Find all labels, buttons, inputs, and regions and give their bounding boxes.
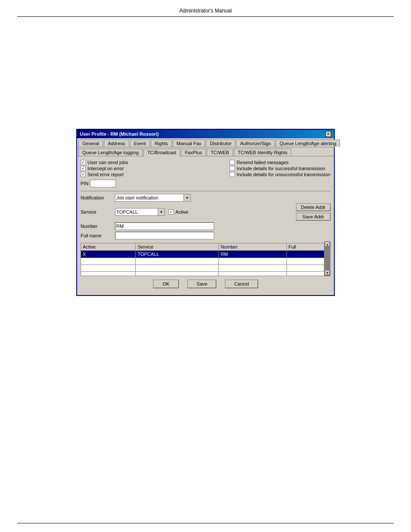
address-table-wrapper: Active Service Number Full X TOPCALL RM [81, 241, 330, 276]
checkbox-include-success-label: Include details for successful transmiss… [237, 166, 325, 171]
bottom-buttons: OK Save Cancel [81, 276, 330, 292]
scroll-down-button[interactable]: ▼ [325, 270, 330, 275]
checkbox-send-error-report-row: Send error report [81, 172, 128, 177]
form-section: Notification ▼ Service ▼ Active [81, 191, 330, 240]
col-full: Full [286, 243, 324, 251]
cell-full [286, 251, 324, 258]
checkbox-intercept-on-error-label: Intercept on error [87, 166, 124, 171]
service-row: Service ▼ Active Delete Addr Save Addr [81, 203, 330, 221]
tab-tc-broadcast[interactable]: TC/Broadcast [143, 149, 180, 156]
cell-number [219, 258, 286, 265]
tab-manual-fax[interactable]: Manual Fax [173, 140, 205, 147]
checkboxes-section: User can send jobs Intercept on error Se… [81, 160, 330, 177]
active-label: Active [175, 209, 188, 215]
tabs-row-2: Queue Length/Age logging TC/Broadcast Fa… [77, 147, 334, 156]
pin-input[interactable] [90, 180, 116, 187]
dialog-title: User Profile - RM (Michael Rossori) [80, 131, 159, 137]
cell-service: TOPCALL [136, 251, 219, 258]
pin-label: PIN [81, 181, 88, 186]
notification-select-wrapper: ▼ [115, 194, 191, 202]
checkbox-resend-row: Resend failed messages [230, 160, 330, 165]
notification-dropdown-arrow[interactable]: ▼ [184, 194, 191, 202]
addr-buttons: Delete Addr Save Addr [296, 203, 330, 221]
tab-distributor[interactable]: Distributor [206, 140, 235, 147]
scroll-up-button[interactable]: ▲ [325, 242, 330, 247]
checkbox-intercept-on-error[interactable] [81, 166, 86, 171]
checkbox-include-fail-label: Include details for unsuccessful transmi… [237, 172, 330, 177]
tab-tc-web-identity-rights[interactable]: TC/WEB Identity Rights [234, 149, 292, 156]
checkbox-include-fail-row: Include details for unsuccessful transmi… [230, 172, 330, 177]
checkbox-send-error-report-label: Send error report [87, 172, 124, 177]
col-active: Active [81, 243, 136, 251]
table-row[interactable] [81, 258, 324, 265]
cell-service [136, 258, 219, 265]
title-bar: User Profile - RM (Michael Rossori) × [77, 130, 334, 138]
table-row[interactable]: X TOPCALL RM [81, 251, 324, 258]
checkbox-resend-label: Resend failed messages [237, 160, 288, 165]
checkbox-user-can-send-jobs-row: User can send jobs [81, 160, 128, 165]
checkboxes-left: User can send jobs Intercept on error Se… [81, 160, 128, 177]
page-title: Administrator's Manual [179, 8, 232, 14]
address-table-scroll: Active Service Number Full X TOPCALL RM [81, 241, 324, 276]
tab-general[interactable]: General [78, 140, 103, 147]
checkbox-user-can-send-jobs[interactable] [81, 160, 86, 165]
tab-authorize-sign[interactable]: Authorize/Sign [236, 140, 275, 147]
service-dropdown-arrow[interactable]: ▼ [158, 208, 165, 216]
cell-full [286, 258, 324, 265]
tab-rights[interactable]: Rights [151, 140, 172, 147]
checkbox-include-fail[interactable] [230, 172, 235, 177]
service-select-wrapper: ▼ [115, 208, 165, 216]
checkbox-resend[interactable] [230, 160, 235, 165]
page-header: Administrator's Manual [17, 0, 394, 17]
scroll-thumb[interactable] [325, 247, 330, 270]
close-button[interactable]: × [325, 131, 331, 137]
col-service: Service [136, 243, 219, 251]
col-number: Number [219, 243, 286, 251]
fullname-input[interactable] [115, 232, 214, 240]
checkbox-include-success[interactable] [230, 166, 235, 171]
checkbox-send-error-report[interactable] [81, 172, 86, 177]
cell-number: RM [219, 251, 286, 258]
tabs-row-1: General Address Event Rights Manual Fax … [77, 138, 334, 147]
checkbox-intercept-on-error-row: Intercept on error [81, 166, 128, 171]
table-row[interactable] [81, 265, 324, 272]
tab-faxplus[interactable]: FaxPlus [181, 149, 206, 156]
checkbox-user-can-send-jobs-label: User can send jobs [87, 160, 128, 165]
fullname-row: Full name [81, 232, 330, 240]
checkbox-include-success-row: Include details for successful transmiss… [230, 166, 330, 171]
tab-tc-web[interactable]: TC/WEB [207, 149, 233, 156]
number-label: Number [81, 224, 115, 229]
tab-address[interactable]: Address [104, 140, 129, 147]
scroll-bar: ▲ ▼ [324, 241, 330, 276]
dialog-window: User Profile - RM (Michael Rossori) × Ge… [76, 129, 335, 296]
service-label: Service [81, 209, 115, 215]
number-row: Number [81, 222, 330, 230]
active-checkbox-row: Active [168, 209, 188, 215]
fullname-label: Full name [81, 233, 115, 238]
address-table: Active Service Number Full X TOPCALL RM [81, 243, 324, 276]
cell-active [81, 258, 136, 265]
tab-queue-length-alerting[interactable]: Queue Length/Age alerting [276, 140, 340, 147]
notification-row: Notification ▼ [81, 194, 330, 202]
service-select[interactable] [115, 208, 158, 216]
delete-addr-button[interactable]: Delete Addr [296, 203, 330, 211]
tab-event[interactable]: Event [130, 140, 150, 147]
ok-button[interactable]: OK [153, 280, 179, 288]
checkboxes-right: Resend failed messages Include details f… [230, 160, 330, 177]
page-footer [17, 523, 394, 523]
active-checkbox[interactable] [168, 209, 174, 215]
tab-queue-length-logging[interactable]: Queue Length/Age logging [78, 149, 143, 156]
cell-active: X [81, 251, 136, 258]
number-input[interactable] [115, 222, 214, 230]
dialog-content: User can send jobs Intercept on error Se… [77, 156, 334, 295]
notification-select[interactable] [115, 194, 184, 202]
notification-label: Notification [81, 195, 115, 200]
table-row[interactable] [81, 272, 324, 276]
save-button[interactable]: Save [187, 280, 216, 288]
cancel-button[interactable]: Cancel [225, 280, 258, 288]
pin-row: PIN [81, 180, 330, 187]
save-addr-button[interactable]: Save Addr [296, 213, 330, 221]
